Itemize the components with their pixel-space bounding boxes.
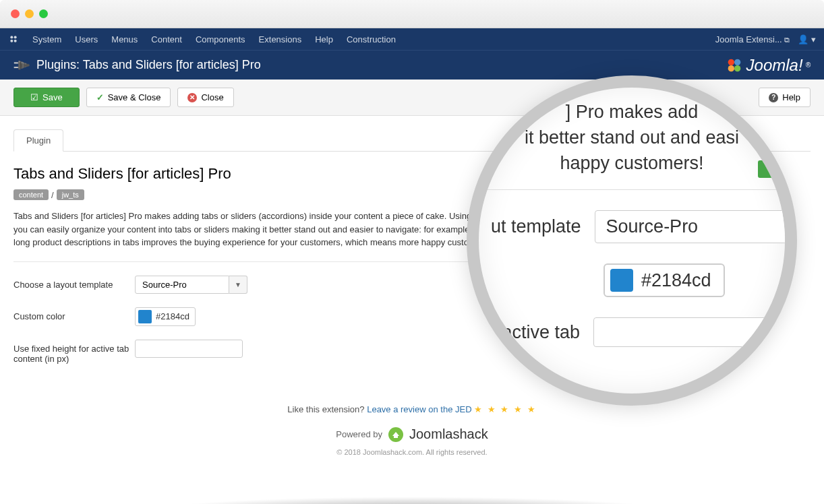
close-button[interactable]: ✕ Close	[177, 88, 233, 107]
menu-construction[interactable]: Construction	[347, 34, 396, 44]
color-value: #2184cd	[156, 311, 189, 321]
badge-type: content	[13, 189, 49, 200]
row-template: Choose a layout template Source-Pro ▼	[13, 276, 539, 294]
svg-point-1	[14, 36, 17, 38]
mag-template-select[interactable]: Source-Pro	[595, 210, 792, 243]
divider	[13, 261, 539, 262]
tab-plugin[interactable]: Plugin	[13, 129, 63, 152]
label-height: Use fixed height for active tab content …	[13, 340, 135, 364]
joomla-mark-icon	[725, 56, 744, 75]
svg-point-3	[14, 40, 17, 42]
height-input[interactable]	[135, 340, 243, 358]
mac-titlebar	[0, 0, 824, 28]
plugin-description: Tabs and Sliders [for articles] Pro make…	[13, 210, 539, 249]
page-header: 🔌 Plugins: Tabs and Sliders [for article…	[0, 50, 824, 80]
maximize-window-icon[interactable]	[39, 9, 48, 18]
mag-label-height: r active tab	[485, 322, 580, 343]
admin-top-menu: System Users Menus Content Components Ex…	[0, 28, 824, 50]
powered-by: Powered by Joomlashack	[13, 427, 811, 443]
menu-components[interactable]: Components	[196, 34, 245, 44]
svg-point-0	[10, 36, 13, 38]
svg-point-4	[728, 59, 734, 65]
mac-window: System Users Menus Content Components Ex…	[0, 0, 824, 483]
template-select[interactable]: Source-Pro ▼	[135, 276, 247, 294]
review-link[interactable]: Leave a review on the JED	[367, 404, 471, 414]
label-template: Choose a layout template	[13, 276, 135, 290]
color-picker[interactable]: #2184cd	[135, 307, 196, 326]
plugin-badges: content / jw_ts	[13, 189, 539, 200]
magnifier-overlay: ] Pro makes add it better stand out and …	[467, 75, 797, 406]
mag-color-picker[interactable]: #2184cd	[604, 263, 725, 297]
menu-users[interactable]: Users	[75, 34, 98, 44]
chevron-down-icon: ▼	[229, 276, 247, 294]
mag-color-swatch	[610, 269, 633, 292]
row-color: Custom color #2184cd	[13, 307, 539, 326]
joomlashack-text: Joomlashack	[409, 427, 488, 442]
bottom-shadow	[136, 497, 688, 505]
menu-system[interactable]: System	[32, 34, 61, 44]
external-link-icon: ⧉	[784, 36, 790, 44]
mag-label-template: ut template	[485, 216, 581, 237]
minimize-window-icon[interactable]	[25, 9, 34, 18]
svg-point-5	[734, 59, 740, 65]
check-icon: ✓	[96, 92, 104, 102]
cancel-icon: ✕	[187, 93, 197, 102]
help-button[interactable]: ? Help	[759, 88, 811, 107]
copyright: © 2018 Joomlashack.com. All rights reser…	[13, 448, 811, 456]
color-swatch	[138, 310, 152, 323]
badge-separator: /	[51, 190, 54, 200]
content-area: Plugin Tabs and Sliders [for articles] P…	[0, 116, 824, 483]
row-height: Use fixed height for active tab content …	[13, 340, 539, 364]
user-menu-icon[interactable]: 👤 ▾	[798, 34, 816, 44]
joomlashack-icon	[388, 427, 404, 443]
footer-like-text: Like this extension?	[287, 404, 364, 414]
mag-height-input[interactable]	[593, 317, 792, 347]
menu-help[interactable]: Help	[315, 34, 333, 44]
badge-name: jw_ts	[57, 189, 84, 200]
menu-menus[interactable]: Menus	[111, 34, 138, 44]
menu-extensions[interactable]: Extensions	[259, 34, 302, 44]
save-icon: ☑	[30, 92, 38, 102]
svg-point-2	[10, 40, 13, 42]
site-link[interactable]: Joomla Extensi... ⧉	[715, 34, 790, 44]
plugin-title: Tabs and Sliders [for articles] Pro	[13, 165, 539, 183]
page-title: Plugins: Tabs and Sliders [for articles]…	[36, 58, 261, 72]
template-select-value: Source-Pro	[135, 276, 229, 294]
svg-rect-9	[394, 435, 398, 438]
joomla-icon[interactable]	[8, 34, 19, 44]
svg-point-6	[728, 65, 734, 71]
plug-icon: 🔌	[10, 55, 31, 75]
save-close-button[interactable]: ✓ Save & Close	[86, 88, 171, 107]
mag-status-dropdown[interactable]	[758, 160, 797, 178]
close-window-icon[interactable]	[11, 9, 20, 18]
menu-content[interactable]: Content	[151, 34, 182, 44]
label-color: Custom color	[13, 307, 135, 321]
save-button[interactable]: ☑ Save	[13, 88, 80, 107]
joomla-logo: Joomla!®	[725, 56, 811, 75]
svg-point-7	[734, 65, 740, 71]
help-icon: ?	[769, 93, 778, 102]
mag-color-value: #2184cd	[641, 270, 711, 291]
star-rating: ★ ★ ★ ★ ★	[474, 404, 536, 414]
